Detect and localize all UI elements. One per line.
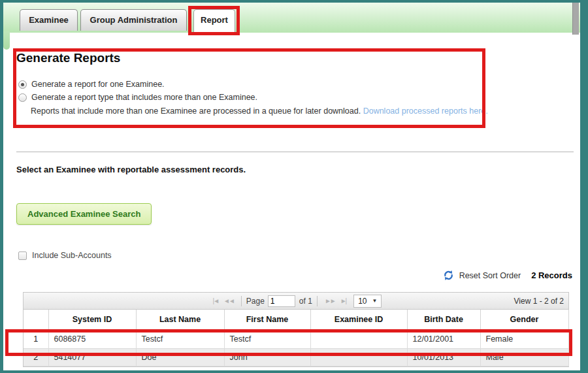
- cell-rownum: 2: [24, 348, 48, 366]
- include-sub-accounts-label: Include Sub-Accounts: [32, 251, 112, 260]
- header-gender[interactable]: Gender: [480, 310, 568, 329]
- include-sub-accounts-row[interactable]: Include Sub-Accounts: [18, 251, 112, 260]
- reset-sort-icon[interactable]: [443, 270, 454, 281]
- records-count: 2 Records: [531, 270, 572, 280]
- header-first-name[interactable]: First Name: [224, 310, 310, 329]
- tab-group-administration[interactable]: Group Administration: [80, 9, 187, 31]
- page-size-select[interactable]: 10 ▼: [353, 295, 382, 308]
- cell-examinee-id[interactable]: [310, 329, 407, 348]
- cell-last-name[interactable]: Doe: [136, 348, 224, 366]
- cell-system-id[interactable]: 6086875: [48, 329, 136, 348]
- chevron-down-icon: ▼: [372, 298, 378, 304]
- scrollbar-fragment[interactable]: [572, 3, 579, 35]
- select-examinee-prompt: Select an Examinee with reportable asses…: [16, 165, 246, 174]
- radio-row-one-examinee[interactable]: Generate a report for one Examinee.: [18, 80, 165, 89]
- download-reports-link[interactable]: Download processed reports here.: [363, 106, 488, 116]
- tab-report[interactable]: Report: [193, 9, 235, 33]
- radio-one-examinee[interactable]: [18, 80, 27, 89]
- radio-multi-examinee-label: Generate a report type that includes mor…: [31, 93, 257, 102]
- page-of-label: of 1: [299, 297, 312, 306]
- header-rownum: [24, 310, 48, 329]
- page-size-value: 10: [358, 297, 367, 306]
- table-row[interactable]: 2 5414077 Doe John 10/01/2013 Male: [24, 348, 568, 366]
- cell-rownum: 1: [24, 329, 48, 348]
- first-page-icon[interactable]: |◄: [210, 297, 221, 304]
- cell-examinee-id[interactable]: [310, 348, 407, 366]
- cell-first-name[interactable]: John: [224, 348, 310, 366]
- queue-note: Reports that include more than one Exami…: [31, 106, 488, 116]
- cell-gender[interactable]: Female: [480, 329, 568, 348]
- header-examinee-id[interactable]: Examinee ID: [310, 310, 407, 329]
- pager-separator: [317, 296, 318, 306]
- tab-examinee[interactable]: Examinee: [20, 9, 78, 31]
- radio-multi-examinee[interactable]: [18, 93, 27, 102]
- view-range-label: View 1 - 2 of 2: [514, 297, 564, 306]
- table-row[interactable]: 1 6086875 Testcf Testcf 12/01/2001 Femal…: [24, 329, 568, 348]
- cell-gender[interactable]: Male: [480, 348, 568, 366]
- header-birth-date[interactable]: Birth Date: [407, 310, 480, 329]
- examinee-grid: |◄ ◄◄ Page of 1 ►► ►| 10 ▼ View 1 - 2 of…: [23, 292, 569, 367]
- radio-row-multi-examinee[interactable]: Generate a report type that includes mor…: [18, 93, 257, 102]
- generate-reports-title: Generate Reports: [16, 51, 120, 65]
- pager-separator: [241, 296, 242, 306]
- page-number-input[interactable]: [268, 295, 295, 307]
- cell-birth-date[interactable]: 12/01/2001: [407, 329, 480, 348]
- sort-controls: Reset Sort Order 2 Records: [443, 270, 572, 281]
- header-last-name[interactable]: Last Name: [136, 310, 224, 329]
- header-system-id[interactable]: System ID: [48, 310, 136, 329]
- header-green-stub: [3, 31, 10, 50]
- radio-one-examinee-label: Generate a report for one Examinee.: [31, 80, 165, 89]
- next-page-icon[interactable]: ►►: [322, 297, 338, 304]
- cell-system-id[interactable]: 5414077: [48, 348, 136, 366]
- queue-note-text: Reports that include more than one Exami…: [31, 106, 361, 116]
- last-page-icon[interactable]: ►|: [338, 297, 349, 304]
- section-divider: [16, 152, 574, 152]
- prev-page-icon[interactable]: ◄◄: [221, 297, 237, 304]
- grid-pager: |◄ ◄◄ Page of 1 ►► ►| 10 ▼ View 1 - 2 of…: [24, 293, 568, 310]
- cell-birth-date[interactable]: 10/01/2013: [407, 348, 480, 366]
- reset-sort-label[interactable]: Reset Sort Order: [459, 271, 521, 280]
- page-label: Page: [246, 297, 265, 306]
- advanced-examinee-search-button[interactable]: Advanced Examinee Search: [16, 203, 152, 225]
- include-sub-accounts-checkbox[interactable]: [18, 251, 27, 260]
- table-header-row: System ID Last Name First Name Examinee …: [24, 310, 568, 329]
- cell-last-name[interactable]: Testcf: [136, 329, 224, 348]
- cell-first-name[interactable]: Testcf: [224, 329, 310, 348]
- examinee-table: System ID Last Name First Name Examinee …: [24, 310, 569, 366]
- report-page: Examinee Group Administration Report Gen…: [0, 0, 588, 373]
